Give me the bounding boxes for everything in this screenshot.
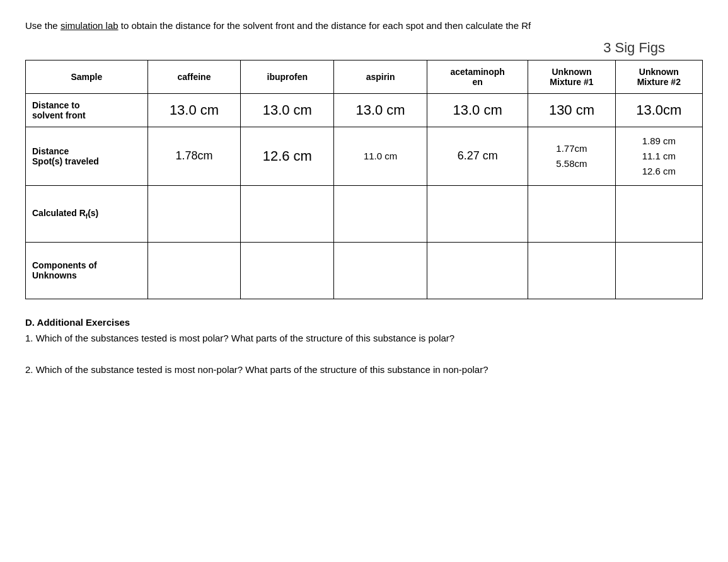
row-label-solvent-front: Distance tosolvent front bbox=[26, 93, 148, 127]
cell-unknown1-solvent: 130 cm bbox=[528, 93, 615, 127]
cell-acetaminophen-solvent: 13.0 cm bbox=[427, 93, 528, 127]
cell-unknown2-spot: 1.89 cm 11.1 cm 12.6 cm bbox=[615, 127, 702, 185]
col-header-ibuprofen: ibuprofen bbox=[241, 60, 334, 93]
cell-aspirin-solvent: 13.0 cm bbox=[334, 93, 427, 127]
col-header-unknown1: UnknownMixture #1 bbox=[528, 60, 615, 93]
cell-caffeine-solvent: 13.0 cm bbox=[147, 93, 241, 127]
cell-ibuprofen-components bbox=[241, 242, 334, 299]
row-label-components: Components ofUnknowns bbox=[26, 242, 148, 299]
col-header-unknown2: UnknownMixture #2 bbox=[615, 60, 702, 93]
cell-ibuprofen-solvent: 13.0 cm bbox=[241, 93, 334, 127]
cell-acetaminophen-components bbox=[427, 242, 528, 299]
cell-unknown1-components bbox=[528, 242, 615, 299]
cell-unknown2-rf bbox=[615, 185, 702, 242]
cell-unknown1-rf bbox=[528, 185, 615, 242]
cell-aspirin-spot: 11.0 cm bbox=[334, 127, 427, 185]
cell-caffeine-spot: 1.78cm bbox=[147, 127, 241, 185]
cell-acetaminophen-rf bbox=[427, 185, 528, 242]
intro-paragraph: Use the simulation lab to obtain the dis… bbox=[25, 19, 703, 33]
cell-unknown1-spot: 1.77cm 5.58cm bbox=[528, 127, 615, 185]
cell-aspirin-components bbox=[334, 242, 427, 299]
row-label-spot-traveled: DistanceSpot(s) traveled bbox=[26, 127, 148, 185]
cell-unknown2-components bbox=[615, 242, 702, 299]
table-row: DistanceSpot(s) traveled 1.78cm 12.6 cm … bbox=[26, 127, 703, 185]
cell-ibuprofen-spot: 12.6 cm bbox=[241, 127, 334, 185]
col-header-caffeine: caffeine bbox=[147, 60, 241, 93]
intro-text-before-link: Use the bbox=[25, 20, 61, 31]
section-d-header: D. Additional Exercises bbox=[25, 317, 703, 328]
data-table: Sample caffeine ibuprofen aspirin acetam… bbox=[25, 60, 703, 299]
cell-unknown2-solvent: 13.0cm bbox=[615, 93, 702, 127]
cell-ibuprofen-rf bbox=[241, 185, 334, 242]
table-header-row: Sample caffeine ibuprofen aspirin acetam… bbox=[26, 60, 703, 93]
cell-acetaminophen-spot: 6.27 cm bbox=[427, 127, 528, 185]
row-label-calculated-rf: Calculated Rf(s) bbox=[26, 185, 148, 242]
handwritten-note: 3 Sig Figs bbox=[25, 40, 665, 56]
intro-text-after-link: to obtain the distance for the solvent f… bbox=[118, 20, 531, 31]
question-2: 2. Which of the substance tested is most… bbox=[25, 363, 703, 377]
cell-caffeine-rf bbox=[147, 185, 241, 242]
col-header-aspirin: aspirin bbox=[334, 60, 427, 93]
cell-caffeine-components bbox=[147, 242, 241, 299]
table-row: Distance tosolvent front 13.0 cm 13.0 cm… bbox=[26, 93, 703, 127]
cell-aspirin-rf bbox=[334, 185, 427, 242]
simulation-lab-link[interactable]: simulation lab bbox=[61, 20, 118, 31]
col-header-sample: Sample bbox=[26, 60, 148, 93]
table-row: Calculated Rf(s) bbox=[26, 185, 703, 242]
col-header-acetaminophen: acetaminophen bbox=[427, 60, 528, 93]
question-1: 1. Which of the substances tested is mos… bbox=[25, 331, 703, 346]
table-row: Components ofUnknowns bbox=[26, 242, 703, 299]
